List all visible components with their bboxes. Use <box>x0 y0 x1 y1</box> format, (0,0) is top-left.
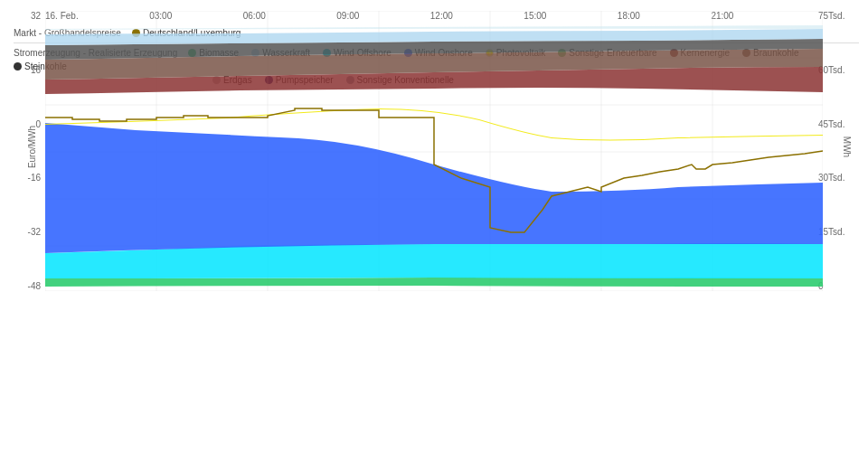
chart-area: 32 16 0 -16 -32 -48 Euro/MWh 75Tsd. 60Ts… <box>9 11 859 21</box>
y-tick-left-4: -32 <box>28 227 41 237</box>
y-tick-left-1: 16 <box>31 65 41 75</box>
y-tick-left-0: 32 <box>31 11 41 21</box>
y-tick-left-5: -48 <box>28 281 41 291</box>
y-axis-label-left: Euro/MWh <box>27 126 37 168</box>
y-tick-left-3: -16 <box>28 173 41 183</box>
chart-container: 32 16 0 -16 -32 -48 Euro/MWh 75Tsd. 60Ts… <box>0 0 868 452</box>
main-chart-svg <box>45 11 823 291</box>
y-axis-label-right: MWh <box>842 137 852 157</box>
